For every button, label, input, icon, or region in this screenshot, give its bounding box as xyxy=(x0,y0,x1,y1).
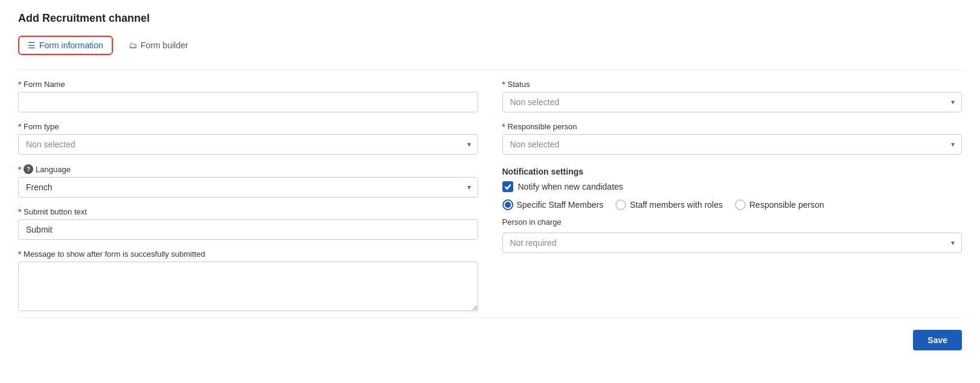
language-select-wrapper: French English Spanish ▾ xyxy=(18,177,478,198)
form-name-required-marker: * xyxy=(18,80,21,89)
responsible-person-select-wrapper: Non selected ▾ xyxy=(502,134,962,155)
radio-staff-with-roles[interactable]: Staff members with roles xyxy=(615,199,723,210)
form-type-group: * Form type Non selected ▾ xyxy=(18,122,478,155)
radio-staff-with-roles-label: Staff members with roles xyxy=(630,200,723,210)
save-button[interactable]: Save xyxy=(913,330,962,350)
message-after-submit-textarea[interactable] xyxy=(18,262,478,311)
tab-divider xyxy=(18,69,962,70)
tab-form-builder-label: Form builder xyxy=(141,40,188,50)
radio-specific-staff-outer xyxy=(502,199,513,210)
language-info-icon[interactable]: ? xyxy=(24,164,33,174)
notify-new-candidates-label: Notify when new candidates xyxy=(518,182,623,192)
status-group: * Status Non selected ▾ xyxy=(502,80,962,112)
message-after-submit-label: * Message to show after form is succesfu… xyxy=(18,249,478,259)
message-after-submit-required-marker: * xyxy=(18,249,21,259)
notification-settings-title: Notification settings xyxy=(502,167,962,176)
list-icon: ☰ xyxy=(28,40,36,50)
form-section-right: * Status Non selected ▾ * Responsible pe… xyxy=(502,80,962,311)
builder-icon: 🗂 xyxy=(129,40,137,50)
submit-button-text-group: * Submit button text xyxy=(18,207,478,240)
radio-specific-staff-label: Specific Staff Members xyxy=(517,200,604,210)
radio-specific-staff[interactable]: Specific Staff Members xyxy=(502,199,604,210)
form-type-label: * Form type xyxy=(18,122,478,131)
submit-button-text-required-marker: * xyxy=(18,207,21,216)
person-in-charge-group: Person in charge Not required ▾ xyxy=(502,217,962,253)
tab-form-builder[interactable]: 🗂 Form builder xyxy=(119,36,198,55)
radio-staff-with-roles-outer xyxy=(615,199,626,210)
responsible-person-select[interactable]: Non selected xyxy=(502,134,962,155)
tab-form-information[interactable]: ☰ Form information xyxy=(18,36,113,55)
form-name-label: * Form Name xyxy=(18,80,478,89)
radio-responsible-person-outer xyxy=(735,199,746,210)
submit-button-text-label: * Submit button text xyxy=(18,207,478,216)
responsible-person-group: * Responsible person Non selected ▾ xyxy=(502,122,962,155)
notification-radio-group: Specific Staff Members Staff members wit… xyxy=(502,199,962,210)
form-type-select[interactable]: Non selected xyxy=(18,134,478,155)
status-select-wrapper: Non selected ▾ xyxy=(502,92,962,112)
notification-settings-section: Notification settings Notify when new ca… xyxy=(502,167,962,253)
responsible-person-label: * Responsible person xyxy=(502,122,962,131)
submit-button-text-input[interactable] xyxy=(18,219,478,240)
person-in-charge-label: Person in charge xyxy=(502,217,962,227)
tab-form-information-label: Form information xyxy=(39,40,103,50)
radio-responsible-person[interactable]: Responsible person xyxy=(735,199,824,210)
tabs-container: ☰ Form information 🗂 Form builder xyxy=(18,36,962,55)
status-select[interactable]: Non selected xyxy=(502,92,962,112)
responsible-person-required-marker: * xyxy=(502,122,505,131)
notify-new-candidates-checkbox[interactable] xyxy=(502,181,513,192)
radio-responsible-person-label: Responsible person xyxy=(749,200,824,210)
form-type-select-wrapper: Non selected ▾ xyxy=(18,134,478,155)
person-in-charge-select-wrapper: Not required ▾ xyxy=(502,233,962,253)
language-required-marker: * xyxy=(18,165,21,174)
form-section-left: * Form Name * Form type Non selected ▾ xyxy=(18,80,478,311)
status-required-marker: * xyxy=(502,80,505,89)
form-name-group: * Form Name xyxy=(18,80,478,112)
page-title: Add Recruitment channel xyxy=(18,12,962,25)
notify-new-candidates-row: Notify when new candidates xyxy=(502,181,962,192)
form-name-input[interactable] xyxy=(18,92,478,112)
language-group: * ? Language French English Spanish ▾ xyxy=(18,164,478,198)
form-grid: * Form Name * Form type Non selected ▾ xyxy=(18,80,962,311)
status-label: * Status xyxy=(502,80,962,89)
checkmark-icon xyxy=(505,185,510,189)
language-label: * ? Language xyxy=(18,164,478,174)
person-in-charge-select[interactable]: Not required xyxy=(502,233,962,253)
message-after-submit-group: * Message to show after form is succesfu… xyxy=(18,249,478,311)
footer-row: Save xyxy=(18,317,962,350)
form-type-required-marker: * xyxy=(18,122,21,131)
radio-specific-staff-inner xyxy=(505,202,511,208)
language-select[interactable]: French English Spanish xyxy=(18,177,478,198)
